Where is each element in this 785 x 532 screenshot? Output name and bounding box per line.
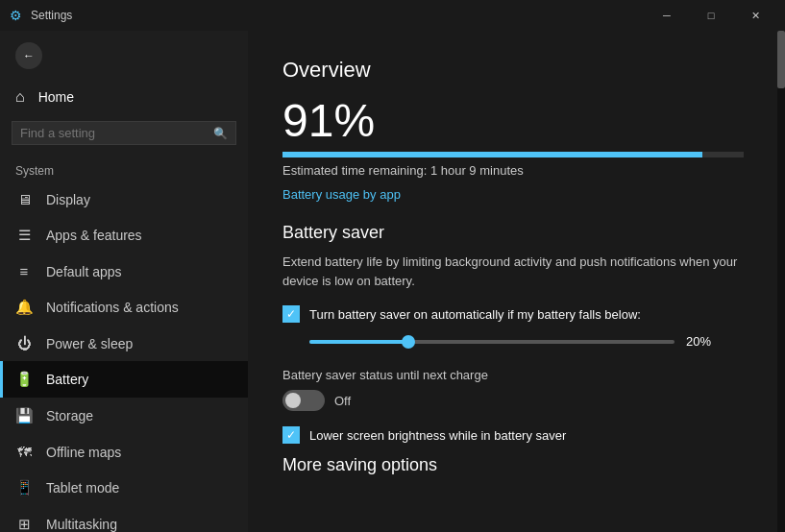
sidebar-scroll: 🖥 Display ☰ Apps & features ≡ Default ap… xyxy=(0,181,248,532)
maximize-button[interactable]: □ xyxy=(689,0,733,31)
sidebar: ← ⌂ Home 🔍 System 🖥 Display ☰ Apps & fea… xyxy=(0,31,248,532)
sidebar-item-home[interactable]: ⌂ Home xyxy=(0,81,248,113)
notifications-icon: 🔔 xyxy=(15,299,33,316)
sidebar-item-label-notifications: Notifications & actions xyxy=(46,300,179,315)
sidebar-item-tablet-mode[interactable]: 📱 Tablet mode xyxy=(0,470,248,506)
sidebar-item-offline-maps[interactable]: 🗺 Offline maps xyxy=(0,434,248,470)
tablet-icon: 📱 xyxy=(15,479,33,496)
scrollbar-track xyxy=(777,31,785,532)
battery-icon: 🔋 xyxy=(15,371,33,388)
back-icon: ← xyxy=(23,49,35,62)
sidebar-item-label-power: Power & sleep xyxy=(46,336,133,351)
sidebar-item-display[interactable]: 🖥 Display xyxy=(0,181,248,217)
minimize-button[interactable]: ─ xyxy=(645,0,689,31)
titlebar-controls: ─ □ ✕ xyxy=(645,0,777,31)
battery-threshold-slider-container: 20% xyxy=(309,334,750,349)
home-icon: ⌂ xyxy=(15,88,25,106)
sidebar-item-label-default: Default apps xyxy=(46,264,122,279)
sidebar-header: ← xyxy=(0,31,248,81)
toggle-control: Off xyxy=(282,390,750,411)
sidebar-item-label-multitasking: Multitasking xyxy=(46,517,117,532)
auto-battery-saver-row: ✓ Turn battery saver on automatically if… xyxy=(282,305,750,323)
sidebar-item-notifications[interactable]: 🔔 Notifications & actions xyxy=(0,289,248,326)
maps-icon: 🗺 xyxy=(15,444,33,460)
auto-saver-label: Turn battery saver on automatically if m… xyxy=(309,307,641,322)
more-saving-title: More saving options xyxy=(282,455,750,475)
power-icon: ⏻ xyxy=(15,335,33,351)
sidebar-item-storage[interactable]: 💾 Storage xyxy=(0,398,248,434)
toggle-state-label: Off xyxy=(334,394,351,408)
titlebar: ⚙ Settings ─ □ ✕ xyxy=(0,0,785,31)
screen-brightness-label: Lower screen brightness while in battery… xyxy=(309,428,566,443)
checkbox-check-icon: ✓ xyxy=(286,307,296,321)
battery-usage-link[interactable]: Battery usage by app xyxy=(282,187,401,202)
default-apps-icon: ≡ xyxy=(15,263,33,279)
back-button[interactable]: ← xyxy=(15,42,42,69)
storage-icon: 💾 xyxy=(15,407,33,424)
toggle-knob xyxy=(285,393,301,408)
settings-app-icon: ⚙ xyxy=(8,8,23,23)
apps-icon: ☰ xyxy=(15,227,33,244)
sidebar-item-battery[interactable]: 🔋 Battery xyxy=(0,361,248,398)
sidebar-item-label-tablet: Tablet mode xyxy=(46,480,119,496)
screen-brightness-row: ✓ Lower screen brightness while in batte… xyxy=(282,426,750,444)
titlebar-left: ⚙ Settings xyxy=(8,8,72,23)
battery-progress-bar xyxy=(282,152,744,157)
sidebar-item-label-battery: Battery xyxy=(46,372,88,387)
display-icon: 🖥 xyxy=(15,191,33,207)
app-container: ← ⌂ Home 🔍 System 🖥 Display ☰ Apps & fea… xyxy=(0,31,785,532)
search-input[interactable] xyxy=(20,126,208,140)
estimated-time: Estimated time remaining: 1 hour 9 minut… xyxy=(282,163,750,178)
sidebar-item-label-apps: Apps & features xyxy=(46,228,142,243)
sidebar-item-multitasking[interactable]: ⊞ Multitasking xyxy=(0,506,248,532)
battery-threshold-slider[interactable] xyxy=(309,340,675,344)
main-content: Overview 91% Estimated time remaining: 1… xyxy=(248,31,785,532)
battery-percentage: 91% xyxy=(282,98,750,144)
overview-title: Overview xyxy=(282,58,750,83)
battery-saver-title: Battery saver xyxy=(282,223,750,243)
home-label: Home xyxy=(38,89,74,105)
multitasking-icon: ⊞ xyxy=(15,516,33,532)
battery-saver-status-row: Battery saver status until next charge O… xyxy=(282,368,750,411)
titlebar-title: Settings xyxy=(31,9,72,22)
slider-value-label: 20% xyxy=(686,334,717,349)
slider-fill xyxy=(309,340,411,344)
sidebar-item-label-display: Display xyxy=(46,192,90,207)
screen-brightness-check-icon: ✓ xyxy=(286,428,296,442)
sidebar-item-apps-features[interactable]: ☰ Apps & features xyxy=(0,217,248,254)
sidebar-item-label-storage: Storage xyxy=(46,408,93,423)
toggle-row-label: Battery saver status until next charge xyxy=(282,368,750,382)
sidebar-item-power-sleep[interactable]: ⏻ Power & sleep xyxy=(0,326,248,361)
close-button[interactable]: ✕ xyxy=(733,0,777,31)
scrollbar-thumb[interactable] xyxy=(777,31,785,88)
slider-thumb[interactable] xyxy=(402,335,415,349)
search-icon: 🔍 xyxy=(213,127,228,140)
sidebar-section-label: System xyxy=(0,153,248,181)
sidebar-item-default-apps[interactable]: ≡ Default apps xyxy=(0,254,248,289)
search-box[interactable]: 🔍 xyxy=(12,121,236,145)
screen-brightness-checkbox[interactable]: ✓ xyxy=(282,426,300,444)
auto-saver-checkbox[interactable]: ✓ xyxy=(282,305,300,323)
battery-saver-description: Extend battery life by limiting backgrou… xyxy=(282,253,744,290)
battery-saver-toggle[interactable] xyxy=(282,390,325,411)
battery-progress-fill xyxy=(282,152,702,157)
sidebar-item-label-maps: Offline maps xyxy=(46,445,121,460)
